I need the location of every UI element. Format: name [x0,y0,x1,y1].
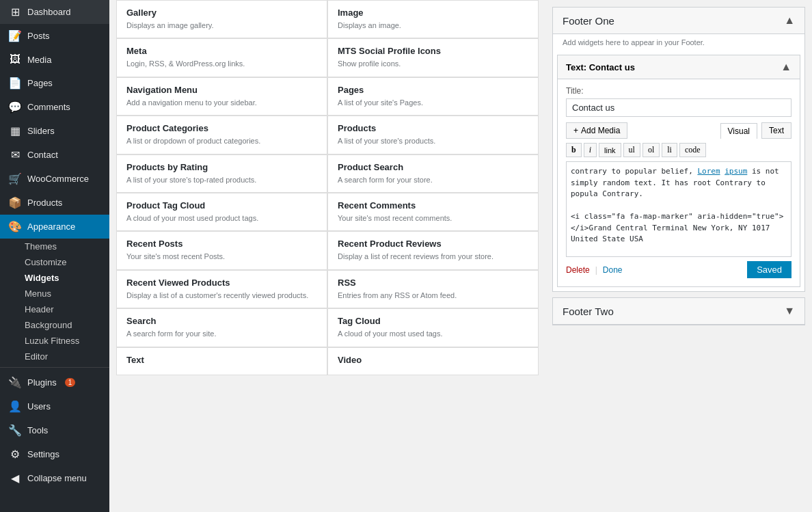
sidebar-sub-header[interactable]: Header [0,301,109,317]
widget-desc: Login, RSS, & WordPress.org links. [126,59,317,69]
widget-title: Products [338,123,528,133]
widget-item-recent-product-reviews[interactable]: Recent Product Reviews Display a list of… [327,231,539,269]
sidebar-label-pages: Pages [27,78,53,88]
widget-item-text[interactable]: Text [116,347,327,375]
sidebar-sub-menus[interactable]: Menus [0,286,109,301]
widget-item-products-by-rating[interactable]: Products by Rating A list of your store'… [116,154,327,193]
widget-item-pages[interactable]: Pages A list of your site's Pages. [327,77,539,116]
widget-title: Recent Comments [338,200,528,211]
main: Gallery Displays an image gallery. Image… [109,0,812,512]
done-link[interactable]: Done [603,265,623,275]
sliders-icon: ▦ [8,124,22,137]
widget-actions: Delete | Done Saved [566,257,791,280]
sidebar-item-woocommerce[interactable]: 🛒 WooCommerce [0,167,109,191]
sidebar-label-sliders: Sliders [27,126,55,136]
sidebar-item-plugins[interactable]: 🔌 Plugins 1 [0,370,109,394]
widget-card-collapse-icon[interactable]: ▲ [781,61,791,73]
widget-item-mts-social[interactable]: MTS Social Profile Icons Show profile ic… [327,38,539,77]
sidebar-item-collapse[interactable]: ◀ Collapse menu [0,466,109,490]
code-button[interactable]: code [679,143,706,157]
text-button[interactable]: Text [761,122,791,139]
widget-title: Search [126,316,317,326]
sidebar-item-pages[interactable]: 📄 Pages [0,71,109,95]
widget-item-nav-menu[interactable]: Navigation Menu Add a navigation menu to… [116,77,327,116]
sidebar-label-products: Products [27,198,62,208]
link-button[interactable]: link [599,143,621,157]
widget-title: Recent Posts [126,239,317,249]
widget-title: Navigation Menu [126,85,317,95]
bold-button[interactable]: b [566,143,582,157]
sidebar-sub-editor[interactable]: Editor [0,349,109,364]
widget-desc: Displays an image. [338,21,528,31]
sidebar-label-plugins: Plugins [27,377,57,388]
sidebar-item-posts[interactable]: 📝 Posts [0,24,109,48]
footer-one-collapse-icon[interactable]: ▲ [784,14,795,27]
sidebar-sub-themes[interactable]: Themes [0,239,109,254]
sidebar-item-tools[interactable]: 🔧 Tools [0,418,109,442]
widget-desc: Show profile icons. [338,59,528,69]
sidebar-label-woocommerce: WooCommerce [27,174,89,184]
footer-one-desc: Add widgets here to appear in your Foote… [553,34,804,51]
widget-item-rss[interactable]: RSS Entries from any RSS or Atom feed. [327,270,539,308]
content-editor[interactable]: contrary to popular belief, Lorem ipsum … [566,161,791,257]
widget-item-product-tag-cloud[interactable]: Product Tag Cloud A cloud of your most u… [116,193,327,231]
widget-item-video[interactable]: Video [327,347,539,375]
sidebar-sub-luzuk[interactable]: Luzuk Fitness [0,333,109,349]
italic-button[interactable]: i [584,143,597,157]
widget-desc: A list of your store's products. [338,136,528,146]
delete-link[interactable]: Delete [566,265,590,275]
sidebar-item-users[interactable]: 👤 Users [0,394,109,418]
footer-two-header: Footer Two ▼ [553,298,804,325]
widget-item-product-categories[interactable]: Product Categories A list or dropdown of… [116,116,327,154]
sidebar-label-dashboard: Dashboard [27,7,71,17]
widget-item-tag-cloud[interactable]: Tag Cloud A cloud of your most used tags… [327,308,539,347]
widget-grid: Gallery Displays an image gallery. Image… [116,0,539,375]
ol-button[interactable]: ol [642,143,660,157]
widget-item-products[interactable]: Products A list of your store's products… [327,116,539,154]
widget-desc: Entries from any RSS or Atom feed. [338,291,528,301]
collapse-icon: ◀ [8,472,22,485]
sidebar-label-comments: Comments [27,102,70,112]
sidebar-item-comments[interactable]: 💬 Comments [0,95,109,119]
editor-toolbar: + Add Media Visual Text [566,122,791,139]
tools-icon: 🔧 [8,424,22,437]
sidebar-item-settings[interactable]: ⚙ Settings [0,442,109,466]
widget-title: Products by Rating [126,162,317,172]
widget-title: RSS [338,278,528,288]
footer-one-title: Footer One [563,15,614,27]
sidebar-item-dashboard[interactable]: ⊞ Dashboard [0,0,109,24]
saved-button[interactable]: Saved [747,261,791,278]
widget-item-gallery[interactable]: Gallery Displays an image gallery. [116,0,327,38]
widget-item-meta[interactable]: Meta Login, RSS, & WordPress.org links. [116,38,327,77]
sidebar-item-sliders[interactable]: ▦ Sliders [0,119,109,143]
li-button[interactable]: li [662,143,677,157]
footer-two-collapse-icon[interactable]: ▼ [784,305,795,317]
title-input[interactable] [566,98,791,117]
widget-item-recent-viewed[interactable]: Recent Viewed Products Display a list of… [116,270,327,308]
widget-item-product-search[interactable]: Product Search A search form for your st… [327,154,539,193]
sidebar-item-appearance[interactable]: 🎨 Appearance [0,215,109,239]
widget-item-image[interactable]: Image Displays an image. [327,0,539,38]
sidebar-label-users: Users [27,401,51,412]
content-area: Gallery Displays an image gallery. Image… [109,0,812,512]
posts-icon: 📝 [8,29,22,42]
widget-item-search[interactable]: Search A search form for your site. [116,308,327,347]
sidebar-label-media: Media [27,55,51,65]
ul-button[interactable]: ul [623,143,640,157]
visual-button[interactable]: Visual [720,123,757,139]
sidebar-item-products[interactable]: 📦 Products [0,191,109,215]
widget-desc: A list of your site's Pages. [338,98,528,108]
widget-item-recent-posts[interactable]: Recent Posts Your site's most recent Pos… [116,231,327,269]
add-media-button[interactable]: + Add Media [566,122,627,139]
sidebar-item-media[interactable]: 🖼 Media [0,48,109,71]
sidebar-item-contact[interactable]: ✉ Contact [0,143,109,167]
title-label: Title: [566,86,791,96]
sidebar-sub-customize[interactable]: Customize [0,254,109,270]
widget-item-recent-comments[interactable]: Recent Comments Your site's most recent … [327,193,539,231]
widget-card-header: Text: Contact us ▲ [558,55,800,79]
settings-icon: ⚙ [8,448,22,461]
sidebar-sub-background[interactable]: Background [0,317,109,333]
widget-desc: A list or dropdown of product categories… [126,136,317,146]
widgets-list: Gallery Displays an image gallery. Image… [109,0,545,512]
sidebar-sub-widgets[interactable]: Widgets [0,270,109,286]
